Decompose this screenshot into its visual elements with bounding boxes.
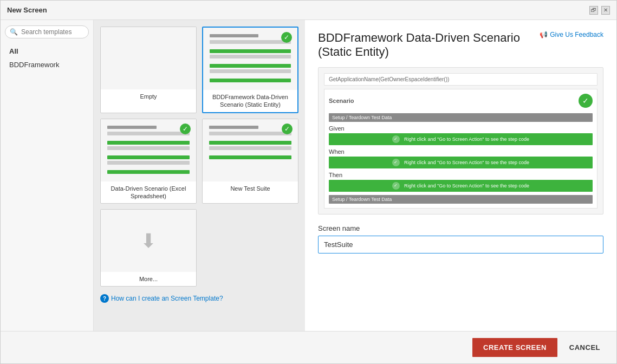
when-section: When ✓ Right click and "Go to Screen Act… [329, 148, 593, 168]
app-bar-text: GetApplicationName(GetOwnerEspaceIdentif… [329, 76, 449, 82]
template-thumbnail-more: ⬇ [101, 210, 196, 272]
main-content: 🔍 All BDDFramework Empty [1, 20, 616, 331]
cancel-button[interactable]: CANCEL [562, 338, 608, 357]
preview-header: BDDFramework Data-Driven Scenario (Stati… [318, 31, 603, 60]
teardown-band: Setup / Teardown Test Data [329, 195, 593, 204]
setup-band: Setup / Teardown Test Data [329, 113, 593, 122]
then-band-check: ✓ [392, 182, 400, 190]
then-band-text: Right click and "Go to Screen Action" to… [404, 183, 529, 188]
template-thumbnail-bdd-static: ✓ [203, 28, 297, 90]
help-icon: ? [100, 294, 109, 303]
title-bar: New Screen 🗗 ✕ [1, 1, 616, 20]
then-green-band: ✓ Right click and "Go to Screen Action" … [329, 180, 593, 192]
template-thumbnail-empty [101, 27, 196, 89]
when-green-band: ✓ Right click and "Go to Screen Action" … [329, 157, 593, 168]
center-panel: Empty ✓ [94, 20, 305, 331]
then-label: Then [329, 172, 593, 178]
screen-name-label: Screen name [318, 224, 603, 232]
nav-item-bddframework[interactable]: BDDFramework [5, 58, 89, 71]
when-band-text: Right click and "Go to Screen Action" to… [404, 160, 529, 165]
template-label-empty: Empty [138, 89, 159, 103]
template-grid: Empty ✓ [100, 27, 298, 287]
feedback-text: Give Us Feedback [550, 31, 603, 38]
thumb-check-excel: ✓ [180, 123, 191, 134]
thumb-check-test-suite: ✓ [282, 123, 293, 134]
screen-name-section: Screen name [318, 224, 603, 253]
download-icon: ⬇ [140, 230, 157, 252]
dialog-title: New Screen [7, 6, 47, 14]
template-label-excel: Data-Driven Scenario (Excel Spreadsheet) [101, 181, 196, 204]
given-band-check: ✓ [392, 135, 400, 143]
nav-section: All BDDFramework [5, 43, 89, 73]
help-link-text: How can I create an Screen Template? [111, 295, 223, 302]
footer: CREATE SCREEN CANCEL [1, 331, 616, 363]
preview-title: BDDFramework Data-Driven Scenario (Stati… [318, 31, 535, 60]
template-card-bdd-static[interactable]: ✓ B [202, 27, 298, 113]
when-band-check: ✓ [392, 159, 400, 166]
template-card-empty[interactable]: Empty [100, 27, 197, 113]
nav-item-all[interactable]: All [5, 45, 89, 57]
help-link[interactable]: ? How can I create an Screen Template? [100, 292, 298, 305]
window-controls: 🗗 ✕ [589, 6, 610, 15]
template-label-more: More... [137, 272, 160, 286]
right-panel: BDDFramework Data-Driven Scenario (Stati… [305, 20, 616, 331]
scenario-check: ✓ [579, 94, 593, 108]
feedback-icon: 📢 [540, 31, 548, 38]
new-screen-dialog: New Screen 🗗 ✕ 🔍 All BDDFramework [0, 0, 617, 364]
feedback-link[interactable]: 📢 Give Us Feedback [540, 31, 603, 38]
given-label: Given [329, 125, 593, 132]
then-section: Then ✓ Right click and "Go to Screen Act… [329, 172, 593, 192]
search-icon: 🔍 [10, 28, 18, 36]
preview-scenario: Scenario ✓ Setup / Teardown Test Data Gi… [324, 89, 597, 209]
given-green-band: ✓ Right click and "Go to Screen Action" … [329, 133, 593, 145]
scenario-label-text: Scenario [329, 98, 354, 104]
template-thumbnail-excel: ✓ [101, 119, 196, 181]
preview-app-bar: GetApplicationName(GetOwnerEspaceIdentif… [324, 73, 597, 86]
template-card-test-suite[interactable]: ✓ New Test Suite [202, 119, 298, 204]
template-label-test-suite: New Test Suite [228, 181, 272, 196]
template-card-excel[interactable]: ✓ D [100, 119, 197, 204]
scenario-header: Scenario ✓ [329, 94, 593, 108]
mini-rows-excel [104, 123, 193, 176]
close-button[interactable]: ✕ [601, 6, 610, 15]
search-box[interactable]: 🔍 [5, 25, 89, 38]
screen-name-input[interactable] [318, 236, 603, 253]
create-screen-button[interactable]: CREATE SCREEN [472, 338, 557, 357]
given-band-text: Right click and "Go to Screen Action" to… [404, 136, 529, 142]
when-label: When [329, 148, 593, 155]
restore-button[interactable]: 🗗 [589, 6, 598, 15]
template-thumbnail-test-suite: ✓ [203, 119, 298, 181]
search-input[interactable] [21, 28, 84, 36]
template-label-bdd-static: BDDFramework Data-Driven Scenario (Stati… [203, 90, 297, 112]
given-section: Given ✓ Right click and "Go to Screen Ac… [329, 125, 593, 145]
mini-rows-bdd-static [206, 32, 294, 84]
left-panel: 🔍 All BDDFramework [1, 20, 94, 331]
thumb-check-bdd-static: ✓ [281, 32, 292, 43]
preview-container: GetApplicationName(GetOwnerEspaceIdentif… [318, 67, 603, 214]
template-card-more[interactable]: ⬇ More... [100, 209, 197, 287]
